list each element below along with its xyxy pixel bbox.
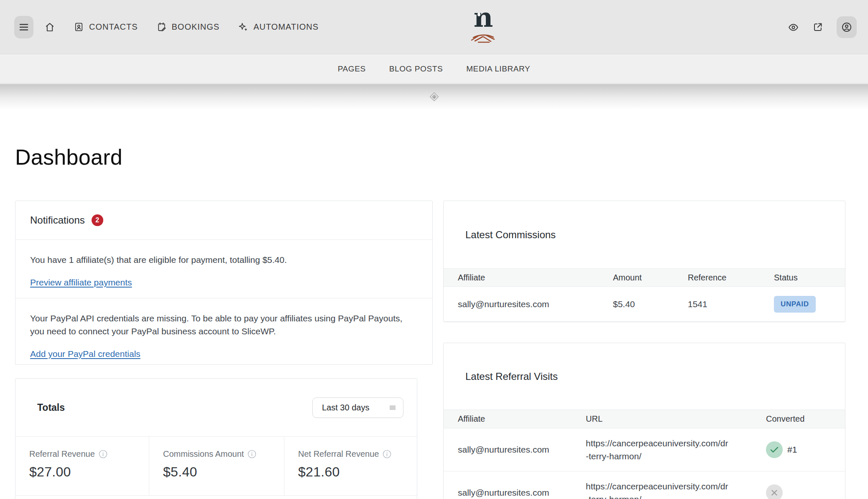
nav-item-bookings[interactable]: BOOKINGS <box>156 22 220 32</box>
not-converted-x-icon <box>766 484 783 499</box>
eye-icon <box>788 22 799 33</box>
totals-stats-row: Referral Revenue $27.00 Commissions Amou… <box>15 436 417 496</box>
column-header-affiliate: Affiliate <box>458 414 586 424</box>
home-button[interactable] <box>44 22 55 33</box>
totals-title: Totals <box>37 402 65 413</box>
subnav-item-media-library[interactable]: MEDIA LIBRARY <box>466 64 530 74</box>
visit-url: https://cancerpeaceuniversity.com/dr-ter… <box>586 437 730 463</box>
stat-label: Referral Revenue <box>29 449 95 459</box>
external-link-icon <box>812 22 823 33</box>
column-header-amount: Amount <box>613 273 688 283</box>
contacts-icon <box>74 22 84 32</box>
referral-visit-row: sally@nurturesites.com https://cancerpea… <box>444 428 845 471</box>
automations-sparkle-icon <box>238 22 248 32</box>
visits-table-header: Affiliate URL Converted <box>444 410 845 428</box>
visit-url: https://cancerpeaceuniversity.com/dr-ter… <box>586 480 730 499</box>
preview-affiliate-payments-link[interactable]: Preview affiliate payments <box>30 278 132 288</box>
nav-label-automations: AUTOMATIONS <box>253 22 319 32</box>
home-icon <box>44 22 55 33</box>
commissions-table-header: Affiliate Amount Reference Status <box>444 268 845 287</box>
stat-commissions-amount: Commissions Amount $5.40 <box>149 437 284 495</box>
bookings-icon <box>156 22 167 32</box>
logo-nest-icon <box>470 32 496 43</box>
visit-affiliate: sally@nurturesites.com <box>458 445 586 455</box>
stat-value: $5.40 <box>163 464 284 480</box>
notification-text: You have 1 affiliate(s) that are eligibl… <box>30 253 415 266</box>
conversion-reference: #1 <box>787 445 797 455</box>
info-icon[interactable] <box>383 450 391 458</box>
totals-card-header: Totals Last 30 days <box>15 379 417 436</box>
top-navigation-bar: CONTACTS BOOKINGS AUTOMATIONS n <box>0 0 868 54</box>
notification-item-payments: You have 1 affiliate(s) that are eligibl… <box>15 239 432 298</box>
latest-referral-visits-header: Latest Referral Visits <box>444 343 845 410</box>
commission-amount: $5.40 <box>613 299 688 309</box>
latest-commissions-header: Latest Commissions <box>444 201 845 268</box>
visit-affiliate: sally@nurturesites.com <box>458 488 586 498</box>
commission-affiliate: sally@nurturesites.com <box>458 299 613 309</box>
logo-eye-dot <box>477 13 480 16</box>
latest-commissions-title: Latest Commissions <box>465 229 556 241</box>
column-header-reference: Reference <box>688 273 774 283</box>
subnav-item-blog-posts[interactable]: BLOG POSTS <box>389 64 443 74</box>
account-button[interactable] <box>837 16 857 38</box>
nav-item-contacts[interactable]: CONTACTS <box>74 22 138 32</box>
stat-net-referral-revenue: Net Referral Revenue $21.60 <box>284 437 417 495</box>
stat-value: $21.60 <box>298 464 417 480</box>
topbar-right-actions <box>788 0 857 54</box>
notifications-title: Notifications <box>30 214 85 226</box>
brand-logo[interactable]: n <box>469 5 498 49</box>
column-header-converted: Converted <box>766 414 831 424</box>
open-site-button[interactable] <box>812 22 823 33</box>
stat-label: Net Referral Revenue <box>298 449 379 459</box>
page-title: Dashboard <box>15 145 123 170</box>
dropdown-indicator-icon <box>390 405 396 410</box>
notification-text: Your PayPal API credentials are missing.… <box>30 312 415 338</box>
totals-card: Totals Last 30 days Referral Revenue $27… <box>15 378 417 499</box>
logo-penguin-n: n <box>474 5 493 30</box>
info-icon[interactable] <box>99 450 107 458</box>
commission-reference: 1541 <box>688 299 774 309</box>
column-header-status: Status <box>774 273 831 283</box>
notifications-card: Notifications 2 You have 1 affiliate(s) … <box>15 201 433 365</box>
date-range-value: Last 30 days <box>322 403 369 412</box>
referral-visit-row: sally@nurturesites.com https://cancerpea… <box>444 471 845 499</box>
add-paypal-credentials-link[interactable]: Add your PayPal credentials <box>30 349 140 359</box>
converted-check-icon <box>766 441 783 458</box>
hamburger-menu-button[interactable] <box>14 16 33 38</box>
column-header-url: URL <box>586 414 766 424</box>
info-icon[interactable] <box>248 450 256 458</box>
content-sub-navigation: PAGES BLOG POSTS MEDIA LIBRARY <box>0 54 868 84</box>
stat-value: $27.00 <box>29 464 149 480</box>
user-account-icon <box>841 21 853 33</box>
subnav-item-pages[interactable]: PAGES <box>338 64 366 74</box>
nav-label-contacts: CONTACTS <box>89 22 138 32</box>
hamburger-icon <box>19 23 28 31</box>
latest-referral-visits-card: Latest Referral Visits Affiliate URL Con… <box>443 343 845 499</box>
app-window: CONTACTS BOOKINGS AUTOMATIONS n <box>0 0 868 499</box>
column-header-affiliate: Affiliate <box>458 273 613 283</box>
preview-eye-button[interactable] <box>788 22 799 33</box>
date-range-dropdown[interactable]: Last 30 days <box>312 397 403 418</box>
latest-referral-visits-title: Latest Referral Visits <box>465 371 558 382</box>
stat-referral-revenue: Referral Revenue $27.00 <box>15 437 149 495</box>
diamond-handle-icon <box>432 95 437 99</box>
commission-table-row: sally@nurturesites.com $5.40 1541 UNPAID <box>444 287 845 322</box>
visit-converted-cell: #1 <box>766 441 831 458</box>
notification-item-paypal: Your PayPal API credentials are missing.… <box>15 298 432 359</box>
stat-label: Commissions Amount <box>163 449 244 459</box>
notifications-card-header: Notifications 2 <box>15 201 432 239</box>
visit-converted-cell <box>766 484 831 499</box>
nav-label-bookings: BOOKINGS <box>172 22 220 32</box>
nav-item-automations[interactable]: AUTOMATIONS <box>238 22 319 32</box>
notifications-count-badge: 2 <box>92 214 103 226</box>
status-badge-unpaid: UNPAID <box>774 296 816 313</box>
latest-commissions-card: Latest Commissions Affiliate Amount Refe… <box>443 201 845 322</box>
